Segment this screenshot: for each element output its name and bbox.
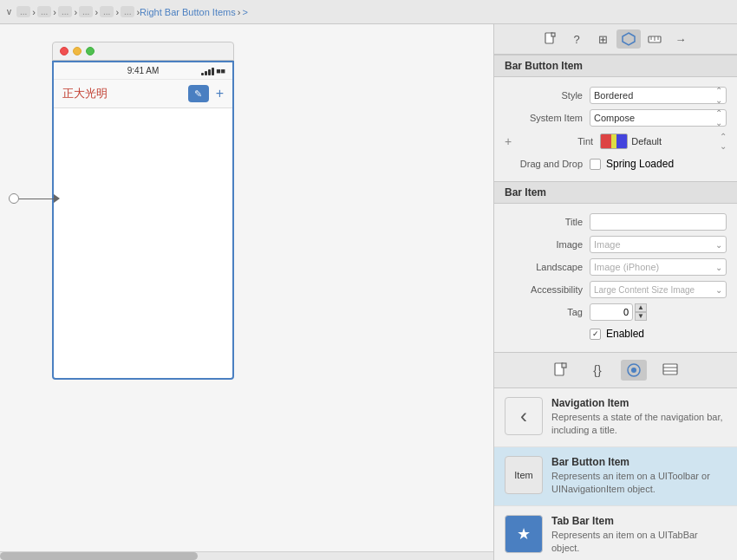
iphone-edit-button[interactable]: ✎ (188, 85, 209, 102)
breadcrumb-ellipsis-2[interactable]: ... (37, 6, 51, 17)
bar-button-item-desc: Represents an item on a UIToolbar or UIN… (551, 470, 727, 497)
tint-color-swatch[interactable] (600, 133, 628, 149)
connection-line (19, 199, 54, 199)
main-content: 9:41 AM ■■ 正大光明 ✎ (0, 24, 737, 560)
iphone-plus-button[interactable]: + (216, 86, 224, 101)
window-minimize-dot[interactable] (73, 47, 82, 55)
landscape-select[interactable]: Image (iPhone) ⌄ (590, 258, 727, 276)
tag-control: ▲ ▼ (590, 303, 727, 321)
system-item-row: System Item Compose ⌃⌄ (494, 107, 737, 129)
nav-item-text: Navigation Item Represents a state of th… (551, 397, 727, 438)
breadcrumb-ellipsis-6[interactable]: ... (121, 6, 134, 17)
tab-bar-item-title: Tab Bar Item (551, 515, 727, 527)
breadcrumb-arrow-3: › (74, 7, 77, 17)
breadcrumb-v[interactable]: v (7, 7, 11, 16)
tint-row: + Tint Default ⌃⌄ (494, 129, 737, 153)
library-file-tab[interactable] (548, 360, 574, 381)
accessibility-control: Large Content Size Image ⌄ (590, 281, 727, 298)
system-item-label: System Item (505, 113, 583, 123)
iphone-time: 9:41 AM (95, 66, 191, 75)
attributes-panel: Bar Button Item Style Bordered ⌃⌄ System… (494, 55, 737, 352)
breadcrumb-arrow-1: › (32, 7, 36, 17)
window-maximize-dot[interactable] (86, 47, 95, 55)
tag-stepper[interactable]: ▲ ▼ (635, 303, 647, 321)
image-row: Image Image ⌄ (494, 233, 737, 256)
connection-circle (9, 193, 19, 204)
ruler-inspector-tab[interactable] (642, 29, 667, 49)
library-item-tab-bar[interactable]: ★ Tab Bar Item Represents an item on a U… (494, 506, 737, 560)
breadcrumb-arrow-5: › (115, 7, 119, 17)
tint-color-control[interactable]: Default ⌃⌄ (600, 132, 727, 151)
file-inspector-tab[interactable] (538, 29, 563, 49)
tag-stepper-down[interactable]: ▼ (635, 312, 647, 321)
iphone-nav-buttons: ✎ + (188, 85, 224, 102)
drag-drop-control: Spring Loaded (590, 158, 727, 170)
attributes-inspector-tab[interactable] (616, 29, 641, 49)
title-row: Title (494, 211, 737, 233)
style-select-arrow: ⌃⌄ (715, 86, 722, 105)
breadcrumb-ellipsis-4[interactable]: ... (79, 6, 93, 17)
canvas-scrollbar[interactable] (0, 551, 493, 560)
tab-bar-item-icon: ★ (505, 515, 543, 553)
style-control: Bordered ⌃⌄ (590, 87, 727, 104)
image-select[interactable]: Image ⌄ (590, 236, 727, 253)
library-circle-tab[interactable] (621, 360, 647, 381)
bar-button-item-section-header: Bar Button Item (494, 55, 737, 77)
bar-button-item-text: Bar Button Item Represents an item on a … (551, 456, 727, 497)
iphone-nav-title: 正大光明 (62, 86, 108, 101)
library-tabs: {} (494, 353, 737, 388)
breadcrumb-arrow-2: › (53, 7, 56, 17)
landscape-select-arrow: ⌄ (715, 263, 722, 272)
tag-stepper-up[interactable]: ▲ (635, 303, 647, 312)
breadcrumb-ellipsis-3[interactable]: ... (58, 6, 72, 17)
breadcrumb-compose[interactable]: > (242, 7, 247, 17)
bar-button-item-icon: Item (505, 456, 543, 494)
right-panel: ? ⊞ → Bar Button Item (494, 24, 737, 560)
system-item-select[interactable]: Compose ⌃⌄ (590, 109, 727, 127)
library-item-navigation[interactable]: ‹ Navigation Item Represents a state of … (494, 388, 737, 447)
connection-inspector-tab[interactable]: → (669, 29, 693, 49)
title-label: Title (505, 217, 583, 227)
bar-item-form: Title Image Image ⌄ (494, 204, 737, 351)
help-inspector-tab[interactable]: ? (564, 29, 589, 49)
accessibility-placeholder: Large Content Size Image (594, 285, 695, 295)
window-close-dot[interactable] (60, 47, 68, 55)
breadcrumb-right-bar[interactable]: Right Bar Button Items (140, 7, 236, 17)
tint-control: Default ⌃⌄ (600, 132, 727, 151)
tag-input[interactable] (590, 303, 633, 321)
library-code-tab[interactable]: {} (584, 360, 610, 381)
landscape-label: Landscape (505, 262, 583, 272)
style-select[interactable]: Bordered ⌃⌄ (590, 87, 727, 104)
enabled-checkbox[interactable]: ✓ (590, 329, 601, 340)
system-item-control: Compose ⌃⌄ (590, 109, 727, 127)
accessibility-row: Accessibility Large Content Size Image ⌄ (494, 278, 737, 301)
drag-drop-label: Drag and Drop (505, 159, 583, 169)
svg-rect-11 (663, 364, 677, 374)
image-label: Image (505, 239, 583, 250)
accessibility-select-arrow: ⌄ (715, 285, 722, 295)
grid-inspector-tab[interactable]: ⊞ (590, 29, 615, 49)
library-grid-tab[interactable] (657, 360, 683, 381)
spring-loaded-checkbox-row: Spring Loaded (590, 158, 674, 170)
title-input[interactable] (590, 213, 727, 231)
library-items-list: ‹ Navigation Item Represents a state of … (494, 388, 737, 560)
tint-label: Tint (515, 136, 593, 147)
tag-label: Tag (505, 307, 583, 317)
drag-drop-row: Drag and Drop Spring Loaded (494, 153, 737, 174)
spring-loaded-label: Spring Loaded (606, 158, 674, 170)
svg-marker-2 (623, 33, 635, 45)
breadcrumb-ellipsis-1[interactable]: ... (16, 6, 30, 17)
library-item-bar-button[interactable]: Item Bar Button Item Represents an item … (494, 447, 737, 506)
library-panel: {} (494, 352, 737, 560)
tint-plus-button[interactable]: + (505, 134, 512, 148)
spring-loaded-checkbox[interactable] (590, 159, 601, 170)
iphone-body (54, 108, 232, 126)
tint-select-arrow: ⌃⌄ (720, 132, 727, 151)
canvas-area: 9:41 AM ■■ 正大光明 ✎ (0, 24, 494, 560)
tag-row: Tag ▲ ▼ (494, 301, 737, 323)
accessibility-select[interactable]: Large Content Size Image ⌄ (590, 281, 727, 298)
svg-point-10 (631, 368, 636, 373)
breadcrumb-ellipsis-5[interactable]: ... (100, 6, 114, 17)
canvas-scrollbar-thumb[interactable] (0, 552, 198, 560)
svg-rect-8 (562, 363, 566, 368)
